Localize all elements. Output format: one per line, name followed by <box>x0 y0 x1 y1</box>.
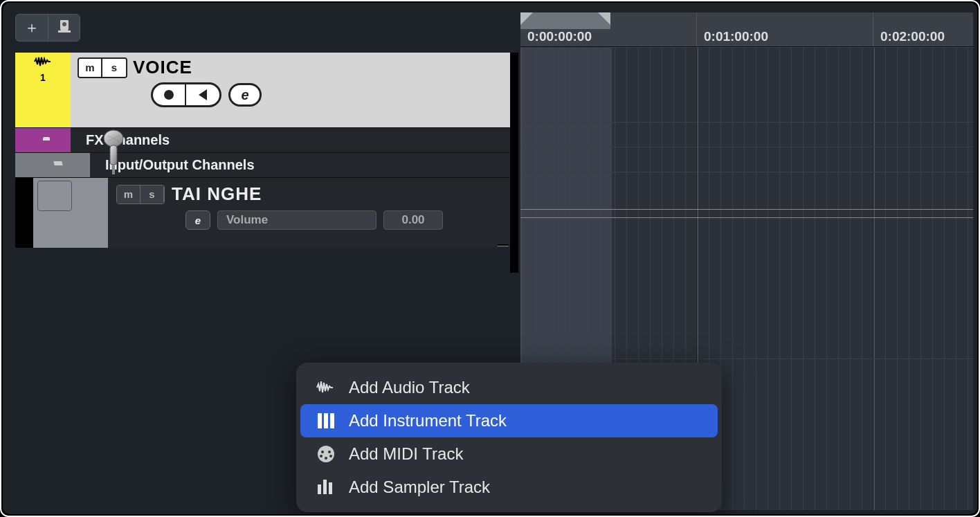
menu-add-audio-track[interactable]: Add Audio Track <box>296 371 722 404</box>
track-list-scrollbar[interactable] <box>510 53 518 273</box>
track-body: m s VOICE e <box>71 53 510 127</box>
menu-label: Add Audio Track <box>349 378 470 397</box>
edit-channel-button[interactable]: e <box>185 210 210 230</box>
svg-rect-12 <box>330 413 334 428</box>
disc-icon <box>56 19 73 37</box>
io-label: Input/Output Channels <box>90 157 255 173</box>
param-name[interactable]: Volume <box>217 210 376 230</box>
track-color-black <box>15 178 33 248</box>
track-number: 1 <box>40 72 46 83</box>
svg-point-15 <box>328 451 331 453</box>
track-tai-stripe <box>33 178 108 248</box>
mute-solo-group: m s <box>116 185 165 204</box>
svg-point-13 <box>318 446 334 462</box>
solo-button[interactable]: s <box>102 59 126 77</box>
track-name-label: TAI NGHE <box>172 183 262 205</box>
waveform-icon <box>316 381 336 394</box>
add-button[interactable]: ＋ <box>16 15 48 41</box>
waveform-icon <box>34 57 52 69</box>
track-color-stripe: 1 <box>15 53 71 127</box>
fx-channels-folder[interactable]: FX Channels <box>15 127 510 152</box>
menu-add-instrument-track[interactable]: Add Instrument Track <box>300 404 718 437</box>
piano-keys-icon <box>316 412 336 429</box>
track-thumbnail <box>37 181 72 211</box>
ruler-segment-0: 0:00:00:00 <box>520 12 697 46</box>
svg-point-0 <box>62 22 66 26</box>
svg-point-17 <box>329 455 332 457</box>
io-channels-folder[interactable]: Input/Output Channels <box>15 152 510 177</box>
io-stripe <box>15 153 90 177</box>
mute-solo-group: m s <box>78 57 127 78</box>
ruler-segment-2: 0:02:00:00 <box>873 12 973 46</box>
track-list: 1 m s VOICE <box>15 53 510 248</box>
midi-icon <box>316 445 336 463</box>
fx-stripe <box>15 128 71 152</box>
menu-label: Add Instrument Track <box>349 411 507 430</box>
menu-label: Add Sampler Track <box>349 478 490 497</box>
edit-channel-button[interactable]: e <box>228 83 262 107</box>
svg-rect-21 <box>329 482 332 494</box>
sampler-bars-icon <box>316 479 336 496</box>
ruler-segment-1: 0:01:00:00 <box>697 12 873 46</box>
mute-button[interactable]: m <box>79 59 102 77</box>
svg-point-16 <box>320 455 323 457</box>
svg-rect-11 <box>324 413 328 428</box>
solo-button[interactable]: s <box>140 185 164 203</box>
svg-rect-10 <box>318 413 322 428</box>
menu-label: Add MIDI Track <box>349 444 463 464</box>
toolbar-group-left: ＋ <box>15 14 80 42</box>
track-tai-nghe[interactable]: m s TAI NGHE e Volume 0.00 <box>15 177 510 248</box>
param-value[interactable]: 0.00 <box>383 210 443 230</box>
menu-add-sampler-track[interactable]: Add Sampler Track <box>296 471 722 504</box>
track-name-label: VOICE <box>133 57 192 78</box>
mute-button[interactable]: m <box>117 185 140 203</box>
fx-label: FX Channels <box>71 132 170 148</box>
context-menu: Add Audio Track Add Instrument Track Add… <box>296 363 722 512</box>
plus-icon: ＋ <box>24 17 39 38</box>
record-enable-button[interactable] <box>153 84 186 105</box>
svg-rect-19 <box>318 484 321 494</box>
svg-rect-20 <box>323 480 327 494</box>
track-voice[interactable]: 1 m s VOICE <box>15 53 510 127</box>
speaker-icon <box>199 89 207 100</box>
svg-point-14 <box>321 451 324 453</box>
menu-add-midi-track[interactable]: Add MIDI Track <box>296 437 722 471</box>
resize-handle[interactable] <box>498 244 509 246</box>
record-monitor-group <box>151 82 221 107</box>
record-icon <box>164 90 174 100</box>
monitor-button[interactable] <box>186 84 219 105</box>
toolbar-button-2[interactable] <box>48 15 80 41</box>
time-ruler[interactable]: 0:00:00:00 0:01:00:00 0:02:00:00 <box>520 12 973 47</box>
svg-point-18 <box>325 457 327 460</box>
track-tai-body: m s TAI NGHE e Volume 0.00 <box>108 178 510 248</box>
